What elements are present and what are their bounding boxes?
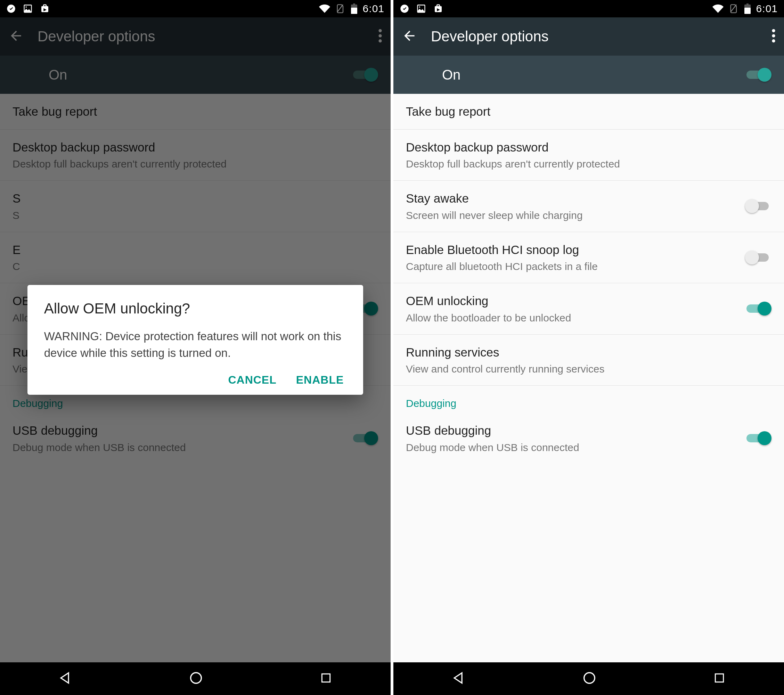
notification-icon xyxy=(400,4,409,13)
master-toggle-row[interactable]: On xyxy=(394,56,784,94)
image-icon xyxy=(416,4,426,13)
item-primary: Desktop backup password xyxy=(406,139,761,155)
master-toggle-label: On xyxy=(442,67,460,83)
app-bar: Developer options xyxy=(394,17,784,56)
take-bug-report-item[interactable]: Take bug report xyxy=(394,94,784,130)
nav-recent-icon[interactable] xyxy=(712,671,726,686)
stay-awake-item[interactable]: Stay awake Screen will never sleep while… xyxy=(394,181,784,232)
enable-button[interactable]: ENABLE xyxy=(296,374,344,386)
battery-icon xyxy=(351,3,357,14)
nav-back-icon[interactable] xyxy=(451,670,466,687)
image-icon xyxy=(23,4,33,13)
running-services-item[interactable]: Running services View and control curren… xyxy=(394,334,784,386)
overflow-menu-icon[interactable] xyxy=(771,28,776,45)
settings-list: Take bug report Desktop backup password … xyxy=(394,94,784,662)
svg-point-21 xyxy=(772,39,775,43)
nav-back-icon[interactable] xyxy=(58,670,73,687)
svg-rect-23 xyxy=(716,674,723,682)
bluetooth-hci-item[interactable]: Enable Bluetooth HCI snoop log Capture a… xyxy=(394,232,784,283)
usb-debugging-switch[interactable] xyxy=(745,430,771,446)
bluetooth-hci-switch[interactable] xyxy=(745,250,771,265)
wifi-icon xyxy=(712,3,723,14)
svg-point-2 xyxy=(26,7,27,8)
phone-with-dialog: 6:01 Developer options On Take bug repor… xyxy=(0,0,390,695)
svg-point-10 xyxy=(191,673,201,683)
navigation-bar xyxy=(394,662,784,695)
status-clock: 6:01 xyxy=(756,3,778,15)
desktop-backup-password-item[interactable]: Desktop backup password Desktop full bac… xyxy=(394,130,784,181)
svg-rect-6 xyxy=(353,3,355,5)
dialog-title: Allow OEM unlocking? xyxy=(44,300,347,317)
oem-unlock-dialog: Allow OEM unlocking? WARNING: Device pro… xyxy=(28,285,364,395)
notification-icon xyxy=(6,4,16,13)
oem-unlocking-switch[interactable] xyxy=(745,301,771,316)
wifi-icon xyxy=(319,3,330,14)
item-secondary: Screen will never sleep while charging xyxy=(406,209,735,222)
item-primary: USB debugging xyxy=(406,423,735,438)
svg-point-14 xyxy=(419,7,420,8)
item-primary: Take bug report xyxy=(406,104,761,120)
navigation-bar xyxy=(0,662,390,695)
item-secondary: Allow the bootloader to be unlocked xyxy=(406,311,735,324)
page-title: Developer options xyxy=(431,28,549,45)
master-toggle-switch[interactable] xyxy=(745,67,771,83)
item-primary: Enable Bluetooth HCI snoop log xyxy=(406,242,735,258)
play-store-icon xyxy=(40,3,50,14)
battery-icon xyxy=(744,3,751,14)
status-bar: 6:01 xyxy=(0,0,390,17)
debugging-section-header: Debugging xyxy=(394,386,784,413)
svg-line-3 xyxy=(337,5,343,12)
item-secondary: View and control currently running servi… xyxy=(406,362,761,375)
dialog-body: WARNING: Device protection features will… xyxy=(44,328,347,361)
phone-plain: 6:01 Developer options On Take bug repor… xyxy=(394,0,784,695)
stay-awake-switch[interactable] xyxy=(745,198,771,214)
nav-home-icon[interactable] xyxy=(188,670,204,687)
item-secondary: Capture all bluetooth HCI packets in a f… xyxy=(406,260,735,273)
status-clock: 6:01 xyxy=(363,3,384,15)
play-store-icon xyxy=(433,3,443,14)
item-primary: OEM unlocking xyxy=(406,293,735,309)
svg-rect-11 xyxy=(322,674,330,682)
usb-debugging-item[interactable]: USB debugging Debug mode when USB is con… xyxy=(394,413,784,464)
item-secondary: Desktop full backups aren't currently pr… xyxy=(406,157,761,171)
svg-rect-5 xyxy=(351,8,357,14)
oem-unlocking-item[interactable]: OEM unlocking Allow the bootloader to be… xyxy=(394,283,784,334)
nav-recent-icon[interactable] xyxy=(319,671,333,686)
svg-line-15 xyxy=(730,5,736,12)
item-primary: Stay awake xyxy=(406,190,735,206)
svg-point-22 xyxy=(584,673,595,683)
no-sim-icon xyxy=(336,4,346,13)
svg-point-20 xyxy=(772,34,775,37)
item-primary: Running services xyxy=(406,344,761,361)
status-bar: 6:01 xyxy=(394,0,784,17)
nav-home-icon[interactable] xyxy=(581,670,597,687)
cancel-button[interactable]: CANCEL xyxy=(228,374,276,386)
dialog-scrim[interactable]: Allow OEM unlocking? WARNING: Device pro… xyxy=(0,17,390,662)
back-icon[interactable] xyxy=(402,28,417,45)
svg-point-19 xyxy=(772,29,775,32)
no-sim-icon xyxy=(729,4,739,13)
svg-rect-18 xyxy=(746,3,749,5)
item-secondary: Debug mode when USB is connected xyxy=(406,441,735,454)
svg-rect-17 xyxy=(744,8,751,14)
